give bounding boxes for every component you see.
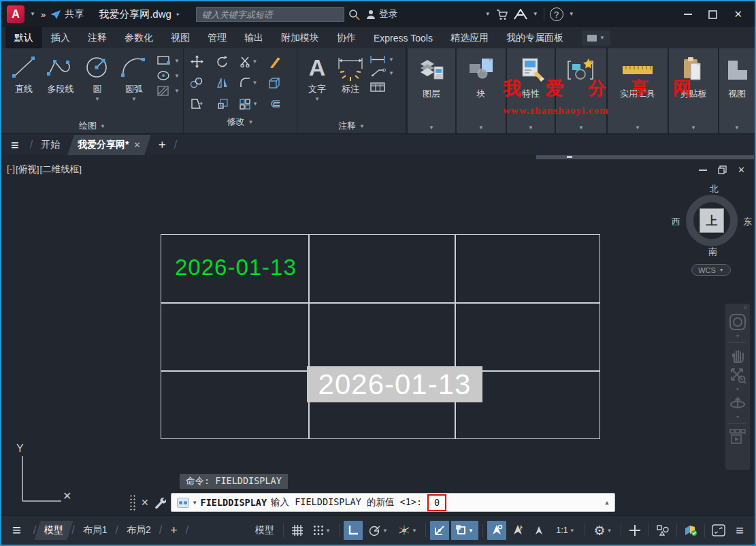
tool-circle-caret-icon[interactable]: ▼ [95,96,100,102]
help-caret-icon[interactable]: ▼ [569,12,574,17]
wcs-menu[interactable]: WCS ▼ [691,264,731,276]
layout-tab-layout2[interactable]: 布局2 [120,521,158,540]
command-input-bar[interactable]: ▼ FIELDDISPLAY 输入 FIELDDISPLAY 的新值 <1>: … [171,493,615,512]
tool-copy[interactable] [184,72,210,93]
pan-hand-icon[interactable] [729,347,746,364]
ribbon-display-toggle[interactable]: ▼ [582,31,610,46]
ribbon-tab-parametric[interactable]: 参数化 [116,27,162,48]
ribbon-tab-manage[interactable]: 管理 [199,27,235,48]
file-tab-menu-icon[interactable]: ≡ [1,138,29,153]
tool-circle[interactable]: 圆 ▼ [79,52,116,102]
panel-draw-label[interactable]: 绘图 ▼ [1,118,183,133]
help-button[interactable]: ? [550,7,563,21]
isolate-objects-button[interactable] [653,521,672,540]
layout-tab-model[interactable]: 模型 [35,521,73,540]
workspace-switching-button[interactable]: ⚙ ▼ [589,521,617,540]
panel-annotation-label[interactable]: 注释 ▼ [297,118,406,133]
account-caret-icon[interactable]: ▼ [485,12,491,17]
panel-view[interactable]: 视图 ▼ [719,48,755,133]
tool-text[interactable]: A 文字 ▼ [301,52,333,102]
tool-linear-dim[interactable]: ▼ [369,55,394,64]
tool-erase[interactable] [261,51,287,72]
tool-fillet[interactable]: ▼ [235,72,261,93]
isodraft-toggle[interactable]: ▼ [394,521,421,540]
annotation-autoscale-toggle[interactable] [508,521,527,540]
panel-groups[interactable]: ▼ [556,48,606,133]
tool-table[interactable] [369,82,394,93]
panel-block-caret-icon[interactable]: ▼ [478,125,484,133]
model-space-button[interactable]: 模型 [250,521,279,540]
panel-block[interactable]: 块 ▼ [457,48,506,133]
app-logo[interactable]: A [7,5,24,23]
panel-properties-caret-icon[interactable]: ▼ [528,125,533,133]
viewport-visualstyle-control[interactable]: [二维线框] [40,163,82,176]
tool-arc[interactable]: 圆弧 ▼ [116,52,152,102]
tool-trim[interactable]: ▼ [235,51,261,72]
tool-leader[interactable]: ▼ [369,68,394,78]
ribbon-tab-featured[interactable]: 精选应用 [442,27,497,48]
grid-display-toggle[interactable] [288,521,307,540]
command-recent-caret-icon[interactable]: ▼ [193,500,197,506]
search-input[interactable] [196,7,344,22]
showmotion-icon[interactable] [729,428,746,445]
drawing-restore-button[interactable] [718,165,727,174]
zoom-caret-icon[interactable]: ▼ [736,387,740,391]
sign-in-button[interactable]: 登录 [365,8,398,20]
tool-rotate[interactable] [210,51,235,72]
annotation-scale-button[interactable] [529,521,548,540]
orbit-icon[interactable] [729,394,746,412]
object-snap-toggle[interactable]: ▼ [451,521,478,540]
window-minimize-button[interactable] [684,14,692,15]
snap-caret-icon[interactable]: ▼ [325,528,331,534]
table-cell-date-text[interactable]: 2026-01-13 [175,255,297,280]
polar-caret-icon[interactable]: ▼ [382,528,388,534]
autodesk-caret-icon[interactable]: ▼ [533,12,538,17]
panel-utilities-caret-icon[interactable]: ▼ [635,125,640,133]
viewport-minus-control[interactable]: [-] [7,163,15,176]
new-tab-button[interactable]: + [152,138,173,152]
compass-top-face[interactable]: 上 [700,208,724,233]
tool-hatch[interactable]: ▼ [157,85,180,97]
isodraft-caret-icon[interactable]: ▼ [412,528,417,534]
view-compass[interactable]: 北 南 西 东 上 [686,195,738,246]
panel-layers[interactable]: 图层 ▼ [408,48,455,133]
new-layout-button[interactable]: + [163,521,184,540]
store-cart-icon[interactable] [496,9,508,20]
tool-polyline[interactable]: 多段线 [42,52,79,95]
annotation-visibility-toggle[interactable] [487,521,506,540]
tool-rectangle[interactable]: ▼ [157,55,180,66]
tool-mirror[interactable] [210,72,235,93]
ribbon-tab-custom[interactable]: 我的专属面板 [497,27,572,48]
tool-stretch[interactable] [184,93,210,114]
clean-screen-button[interactable] [709,521,728,540]
osnap-caret-icon[interactable]: ▼ [468,528,474,534]
navwheel-caret-icon[interactable]: ▼ [736,334,740,338]
annotation-monitor-button[interactable] [625,521,644,540]
share-button[interactable]: 共享 [50,8,84,20]
tool-offset[interactable] [261,93,287,114]
search-icon[interactable] [348,9,360,20]
window-close-button[interactable]: ✕ [734,8,742,20]
ribbon-tab-output[interactable]: 输出 [235,27,272,48]
panel-modify-label[interactable]: 修改 ▼ [184,114,297,129]
drawing-area[interactable]: [-] [俯视] [二维线框] ✕ 北 南 西 东 上 WCS ▼ ✕ [1,155,755,515]
panel-properties[interactable]: 特性 ▼ [507,48,555,133]
ribbon-tab-collaborate[interactable]: 协作 [328,27,365,48]
ortho-mode-toggle[interactable] [344,521,363,540]
panel-view-caret-icon[interactable]: ▼ [734,125,740,133]
compass-west[interactable]: 西 [672,216,680,228]
scale-value-button[interactable]: 1:1 ▼ [550,521,580,540]
file-tab-close-icon[interactable]: ✕ [134,140,141,150]
command-close-icon[interactable]: ✕ [141,497,149,508]
navigation-wheel-icon[interactable] [729,313,746,331]
tool-arc-caret-icon[interactable]: ▼ [131,96,137,102]
window-restore-button[interactable] [708,10,717,19]
tool-move[interactable] [184,51,210,72]
file-caret-icon[interactable]: ▸ [177,12,180,17]
app-menu-caret-icon[interactable]: ▼ [30,12,35,17]
orbit-caret-icon[interactable]: ▼ [736,415,740,419]
tool-ellipse[interactable]: ▼ [157,70,180,81]
tool-text-caret-icon[interactable]: ▼ [314,96,320,102]
compass-east[interactable]: 东 [743,216,752,228]
panel-utilities[interactable]: 实用工具 ▼ [608,48,668,133]
